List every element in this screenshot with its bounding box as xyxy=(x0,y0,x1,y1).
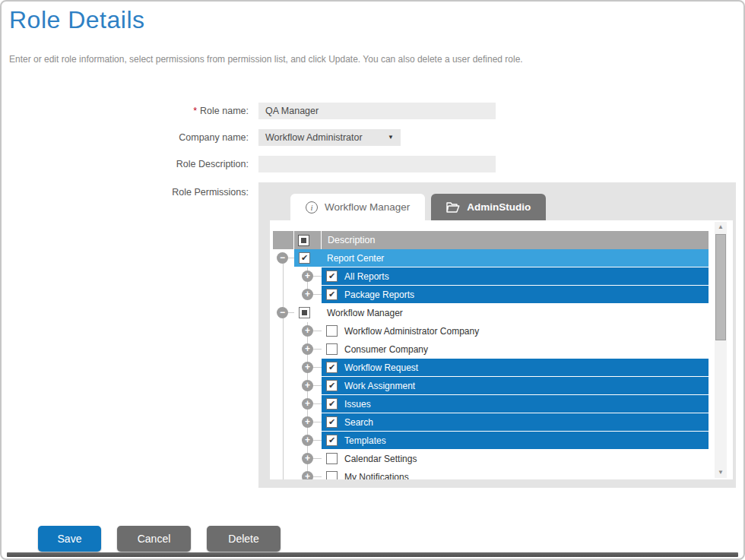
cancel-button[interactable]: Cancel xyxy=(117,526,191,552)
row-label: Workflow Manager xyxy=(327,308,403,318)
row-checkbox[interactable] xyxy=(299,307,310,318)
table-row[interactable]: Workflow Administrator Company xyxy=(273,322,709,340)
tree-connector-line xyxy=(283,267,284,286)
tree-expand-icon[interactable] xyxy=(302,362,313,373)
save-button[interactable]: Save xyxy=(38,526,101,552)
row-band[interactable]: Issues xyxy=(322,395,709,413)
tree-connector-line xyxy=(283,359,284,377)
tree-expand-icon[interactable] xyxy=(302,271,313,282)
row-checkbox[interactable] xyxy=(326,435,338,446)
row-checkbox[interactable] xyxy=(326,380,338,391)
table-row[interactable]: Calendar Settings xyxy=(273,450,709,468)
row-checkbox[interactable] xyxy=(326,271,338,282)
scroll-up-icon[interactable] xyxy=(715,222,727,233)
tree-connector-line xyxy=(283,413,284,432)
row-checkbox[interactable] xyxy=(326,325,338,337)
row-band[interactable]: Workflow Administrator Company xyxy=(322,322,709,340)
role-permissions-label: Role Permissions: xyxy=(9,182,249,198)
role-description-label: Role Description: xyxy=(9,159,249,169)
tree-collapse-icon[interactable] xyxy=(277,252,288,264)
scroll-down-icon[interactable] xyxy=(715,467,727,478)
tree-connector-stub xyxy=(313,331,322,331)
company-name-select[interactable]: Workflow Administrator xyxy=(258,129,401,146)
row-label: Consumer Company xyxy=(344,344,428,355)
tree-connector-stub xyxy=(313,440,322,441)
row-label: My Notifications xyxy=(344,472,409,480)
table-row[interactable]: Work Assignment xyxy=(273,377,709,395)
tree-expand-icon[interactable] xyxy=(302,416,313,428)
row-label: All Reports xyxy=(344,271,389,282)
tree-expand-icon[interactable] xyxy=(302,398,313,410)
table-row[interactable]: Consumer Company xyxy=(273,340,709,359)
table-row[interactable]: Issues xyxy=(273,395,709,413)
tree-expand-icon[interactable] xyxy=(302,471,313,479)
table-row[interactable]: Search xyxy=(273,413,709,432)
tree-connector-stub xyxy=(313,476,322,477)
table-row[interactable]: Workflow Manager xyxy=(273,304,709,322)
tree-root-gutter xyxy=(273,267,294,286)
company-name-selected-value: Workflow Administrator xyxy=(265,132,363,143)
row-band[interactable]: Consumer Company xyxy=(322,340,709,358)
row-checkbox[interactable] xyxy=(326,471,338,479)
tree-collapse-icon[interactable] xyxy=(277,307,288,318)
permissions-rows: Report Center All Reports xyxy=(273,249,709,479)
row-checkbox[interactable] xyxy=(326,343,338,355)
chevron-down-icon xyxy=(388,134,394,141)
row-band[interactable]: Calendar Settings xyxy=(322,450,709,467)
tree-expand-icon[interactable] xyxy=(302,453,313,464)
tree-child-gutter xyxy=(294,267,322,286)
tree-child-gutter xyxy=(294,450,322,468)
required-asterisk: * xyxy=(193,106,197,116)
vertical-scrollbar[interactable] xyxy=(715,222,727,478)
tab-workflow-manager[interactable]: Workflow Manager xyxy=(290,194,425,220)
table-row[interactable]: Templates xyxy=(273,432,709,450)
tree-expand-icon[interactable] xyxy=(302,289,313,300)
tree-expand-icon[interactable] xyxy=(302,343,313,355)
row-checkbox[interactable] xyxy=(326,362,338,373)
row-band[interactable]: Templates xyxy=(322,432,709,449)
row-band[interactable]: Report Center xyxy=(294,249,709,267)
row-checkbox[interactable] xyxy=(326,398,338,410)
tree-child-gutter xyxy=(294,377,322,395)
row-checkbox[interactable] xyxy=(299,252,310,264)
row-band[interactable]: All Reports xyxy=(322,267,709,285)
table-row[interactable]: Package Reports xyxy=(273,286,709,304)
tree-connector-line xyxy=(283,340,284,359)
row-band[interactable]: Package Reports xyxy=(322,286,709,303)
row-band[interactable]: Search xyxy=(322,413,709,431)
row-checkbox[interactable] xyxy=(326,416,338,428)
table-row[interactable]: All Reports xyxy=(273,267,709,286)
row-band[interactable]: Workflow Manager xyxy=(294,304,709,321)
table-row[interactable]: Report Center xyxy=(273,249,709,267)
permissions-tree: Description Report Center All Reports xyxy=(270,220,733,479)
row-label: Templates xyxy=(344,435,386,446)
row-band[interactable]: Work Assignment xyxy=(322,377,709,394)
row-label: Work Assignment xyxy=(344,381,415,391)
tree-connector-stub xyxy=(313,367,322,368)
tree-connector-line xyxy=(283,395,284,413)
tree-root-gutter xyxy=(273,377,294,395)
tree-root-gutter xyxy=(273,286,294,304)
intro-text: Enter or edit role information, select p… xyxy=(9,54,736,65)
row-band[interactable]: Workflow Request xyxy=(322,359,709,376)
tree-child-gutter xyxy=(294,322,322,340)
tree-expand-icon[interactable] xyxy=(302,325,313,337)
row-label: Calendar Settings xyxy=(344,454,417,464)
tree-expand-icon[interactable] xyxy=(302,435,313,446)
tree-expand-icon[interactable] xyxy=(302,380,313,391)
row-label: Workflow Request xyxy=(344,362,418,373)
table-row[interactable]: Workflow Request xyxy=(273,359,709,377)
role-name-input[interactable] xyxy=(258,103,496,119)
scrollbar-thumb[interactable] xyxy=(715,234,726,340)
row-band[interactable]: My Notifications xyxy=(322,468,709,479)
select-all-checkbox[interactable] xyxy=(298,235,309,246)
delete-button[interactable]: Delete xyxy=(207,526,281,552)
tree-root-gutter xyxy=(273,413,294,432)
table-row[interactable]: My Notifications xyxy=(273,468,709,479)
row-checkbox[interactable] xyxy=(326,289,338,300)
tab-adminstudio[interactable]: AdminStudio xyxy=(431,194,546,220)
tree-connector-stub xyxy=(313,458,322,459)
role-description-input[interactable] xyxy=(258,156,496,172)
description-column-header: Description xyxy=(322,231,709,249)
row-checkbox[interactable] xyxy=(326,453,338,464)
